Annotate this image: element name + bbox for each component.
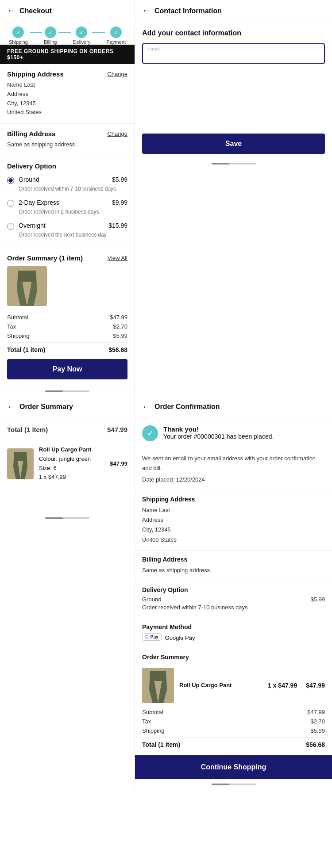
delivery-ground: Ground $5.99 Order received within 7-10 … xyxy=(7,172,127,195)
delivery-ground-desc: Order received within 7-10 business days xyxy=(19,186,127,192)
step-payment: ✓ Payment xyxy=(107,27,126,45)
delivery-ground-radio[interactable] xyxy=(7,177,14,184)
conf-shipping-country: United States xyxy=(142,535,325,545)
thank-you-title: Thank you! xyxy=(163,425,199,433)
pay-now-button[interactable]: Pay Now xyxy=(7,359,127,379)
contact-back-arrow[interactable]: ← xyxy=(142,6,150,15)
order-confirmation-back-arrow[interactable]: ← xyxy=(142,402,150,412)
conf-payment-title: Payment Method xyxy=(142,623,325,631)
conf-total-value: $56.68 xyxy=(306,741,325,748)
free-shipping-banner: FREE GROUND SHIPPING ON ORDERS $150+ xyxy=(0,45,135,64)
delivery-2day-radio[interactable] xyxy=(7,200,14,207)
tax-label: Tax xyxy=(7,323,16,330)
step-payment-label: Payment xyxy=(107,39,126,45)
conf-subtotal-label: Subtotal xyxy=(142,709,163,715)
order-placed-text: Your order #00000301 has been placed. xyxy=(163,433,274,440)
conf-billing-address: Billing Address Same as shipping address xyxy=(135,551,332,581)
order-summary-header: ← Order Summary xyxy=(0,396,135,418)
conf-tax-label: Tax xyxy=(142,718,151,725)
conf-shipping-value: $5.99 xyxy=(310,727,325,734)
email-confirmation-text: We sent an email to your email address w… xyxy=(142,454,325,473)
conf-payment-method: Google Pay xyxy=(165,635,195,641)
step-delivery-label: Delivery xyxy=(73,39,91,45)
delivery-2day-label: 2-Day Express xyxy=(19,199,112,206)
checkout-steps: ✓ Shipping ✓ Billing ✓ Delivery ✓ Paymen… xyxy=(0,22,135,45)
conf-product-price: $47.99 xyxy=(306,682,325,689)
conf-product-qty-price: 1 x $47.99 xyxy=(268,682,297,689)
shipping-city: City, 12345 xyxy=(7,99,127,108)
svg-rect-5 xyxy=(150,671,166,681)
delivery-overnight-desc: Order received the next business day xyxy=(19,232,127,238)
checkout-back-arrow[interactable]: ← xyxy=(7,6,15,15)
contact-header: ← Contact Information xyxy=(135,0,332,22)
shipping-address-title: Shipping Address xyxy=(7,70,64,78)
billing-address-title: Billing Address xyxy=(7,130,55,138)
billing-address-section: Billing Address Change Same as shipping … xyxy=(0,124,135,156)
delivery-overnight-label: Overnight xyxy=(19,222,108,229)
billing-address-change[interactable]: Change xyxy=(107,130,127,137)
view-all-link[interactable]: View All xyxy=(108,255,127,261)
email-label: Email xyxy=(147,46,160,51)
checkout-progress-bar xyxy=(45,390,89,392)
step-billing-circle: ✓ xyxy=(45,27,56,38)
svg-rect-1 xyxy=(18,271,36,282)
order-summary-title: Order Summary (1 item) xyxy=(7,254,83,262)
conf-order-summary: Order Summary Roll Up Cargo Pant 1 x $47… xyxy=(135,648,332,755)
delivery-ground-price: $5.99 xyxy=(112,176,127,183)
order-item-image xyxy=(7,448,34,479)
conf-shipping-title: Shipping Address xyxy=(142,496,325,503)
order-summary-progress-bar xyxy=(45,517,89,519)
conf-order-summary-title: Order Summary xyxy=(142,654,325,661)
order-summary-back-arrow[interactable]: ← xyxy=(7,402,15,412)
confirmation-progress-bar xyxy=(212,784,256,785)
delivery-overnight-radio[interactable] xyxy=(7,223,14,230)
delivery-2day-price: $9.99 xyxy=(112,199,127,206)
conf-subtotal-value: $47.99 xyxy=(307,709,325,715)
order-total-section: Total (1 item) $47.99 xyxy=(0,418,135,441)
delivery-option-title: Delivery Option xyxy=(7,162,56,170)
conf-shipping-name: Name Last xyxy=(142,505,325,515)
check-circle-icon: ✓ xyxy=(142,425,158,441)
step-billing: ✓ Billing xyxy=(44,27,57,45)
continue-shopping-button[interactable]: Continue Shopping xyxy=(135,755,332,779)
contact-heading: Add your contact information xyxy=(142,29,325,37)
conf-billing-title: Billing Address xyxy=(142,556,325,563)
order-confirmation-panel: ← Order Confirmation ✓ Thank you! Your o… xyxy=(135,396,332,789)
shipping-cost-label: Shipping xyxy=(7,333,30,339)
svg-rect-3 xyxy=(14,452,27,461)
conf-shipping-address-line: Address xyxy=(142,515,325,525)
total-value: $56.68 xyxy=(108,346,127,353)
step-billing-label: Billing xyxy=(44,39,57,45)
delivery-overnight-price: $15.99 xyxy=(108,222,127,229)
shipping-country: United States xyxy=(7,108,127,117)
checkout-title: Checkout xyxy=(19,7,52,15)
delivery-option-section: Delivery Option Ground $5.99 Order recei… xyxy=(0,156,135,248)
conf-product-image xyxy=(142,668,174,703)
shipping-address-change[interactable]: Change xyxy=(107,71,127,77)
step-delivery: ✓ Delivery xyxy=(73,27,91,45)
contact-title: Contact Information xyxy=(154,7,222,15)
order-summary-panel: ← Order Summary Total (1 item) $47.99 Ro… xyxy=(0,396,135,789)
delivery-2day: 2-Day Express $9.99 Order received in 2 … xyxy=(7,195,127,218)
conf-product-row: Roll Up Cargo Pant 1 x $47.99 $47.99 xyxy=(142,663,325,707)
conf-delivery-section: Delivery Option Ground $5.99 Order recei… xyxy=(135,581,332,618)
gpay-badge: GPay xyxy=(142,633,162,641)
order-item-size: Size: 6 xyxy=(39,464,91,473)
conf-delivery-title: Delivery Option xyxy=(142,586,325,593)
conf-product-name: Roll Up Cargo Pant xyxy=(179,682,232,688)
subtotal-label: Subtotal xyxy=(7,314,28,321)
save-button[interactable]: Save xyxy=(142,134,325,154)
order-item-colour: Colour: jungle green xyxy=(39,455,91,464)
order-item-qty: 1 x $47.99 xyxy=(39,473,91,482)
conf-delivery-price: $5.99 xyxy=(310,596,325,603)
contact-progress-bar xyxy=(212,163,256,164)
thank-you-text: Thank you! Your order #00000301 has been… xyxy=(163,425,274,440)
email-input[interactable] xyxy=(147,48,320,60)
shipping-name: Name Last xyxy=(7,80,127,90)
shipping-address-line: Address xyxy=(7,90,127,99)
order-total-label: Total (1 item) xyxy=(7,426,48,433)
delivery-ground-label: Ground xyxy=(19,176,112,183)
step-line-3 xyxy=(92,32,104,33)
subtotal-value: $47.99 xyxy=(110,314,127,321)
checkout-header: ← Checkout xyxy=(0,0,135,22)
